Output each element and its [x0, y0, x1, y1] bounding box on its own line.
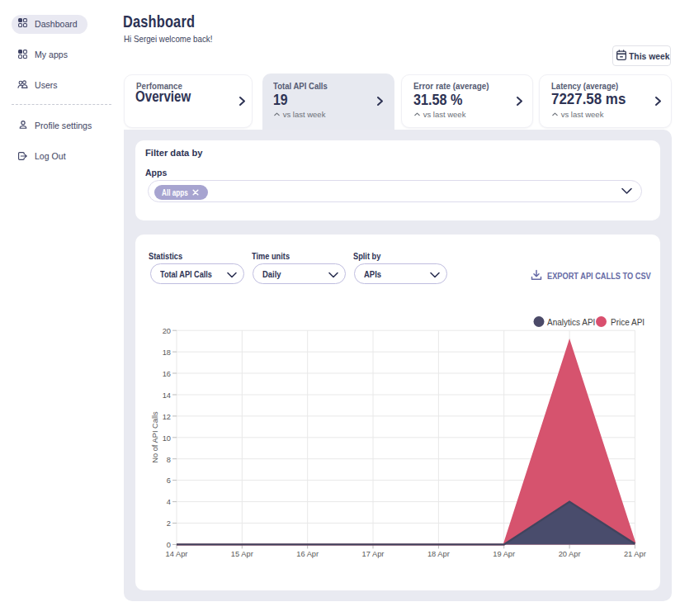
svg-text:14: 14	[163, 391, 171, 400]
svg-text:No of API Calls: No of API Calls	[151, 411, 159, 463]
svg-text:16: 16	[163, 370, 171, 378]
svg-text:Analytics API: Analytics API	[547, 318, 595, 327]
svg-text:12: 12	[163, 413, 171, 421]
svg-text:4: 4	[167, 498, 171, 506]
svg-text:2: 2	[167, 519, 171, 528]
svg-text:17 Apr: 17 Apr	[362, 550, 385, 558]
svg-text:15 Apr: 15 Apr	[231, 550, 253, 558]
svg-text:20: 20	[163, 327, 171, 335]
svg-text:19 Apr: 19 Apr	[493, 550, 515, 558]
svg-text:6: 6	[167, 476, 171, 485]
svg-text:18 Apr: 18 Apr	[427, 550, 450, 558]
svg-text:0: 0	[167, 541, 171, 549]
svg-text:21 Apr: 21 Apr	[624, 550, 646, 558]
svg-text:18: 18	[163, 348, 171, 357]
svg-text:8: 8	[167, 456, 171, 464]
svg-text:20 Apr: 20 Apr	[559, 550, 581, 558]
svg-text:14 Apr: 14 Apr	[166, 550, 188, 558]
svg-text:Price API: Price API	[611, 318, 645, 327]
svg-text:16 Apr: 16 Apr	[296, 550, 319, 558]
svg-text:10: 10	[163, 434, 171, 443]
